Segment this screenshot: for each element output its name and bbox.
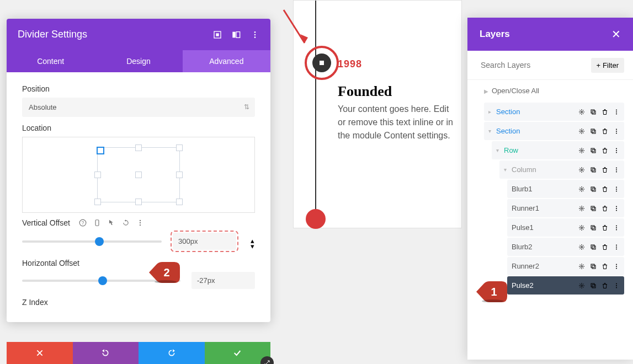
duplicate-icon[interactable] <box>590 224 597 231</box>
location-label: Location <box>22 124 255 132</box>
trash-icon[interactable] <box>602 128 608 135</box>
anchor-top-right[interactable] <box>176 144 183 151</box>
trash-icon[interactable] <box>602 282 608 289</box>
duplicate-icon[interactable] <box>590 186 597 192</box>
trash-icon[interactable] <box>602 205 608 212</box>
gear-icon[interactable] <box>578 244 585 250</box>
tab-advanced[interactable]: Advanced <box>183 50 270 72</box>
gear-icon[interactable] <box>578 186 585 192</box>
vertical-offset-slider[interactable] <box>22 240 162 243</box>
expand-caret-icon[interactable]: ▾ <box>496 147 502 153</box>
more-icon[interactable] <box>613 109 620 115</box>
trash-icon[interactable] <box>602 244 608 250</box>
open-close-all[interactable]: ▶Open/Close All <box>467 80 633 101</box>
more-icon[interactable] <box>613 147 620 154</box>
layer-item-column[interactable]: ▾Column <box>499 160 624 179</box>
more-options-icon[interactable] <box>136 219 144 227</box>
position-select[interactable]: Absolute <box>22 98 255 117</box>
content-heading[interactable]: Founded <box>338 83 392 100</box>
layer-item-pulse2[interactable]: Pulse2 <box>507 276 624 295</box>
undo-button[interactable] <box>73 342 139 364</box>
stepper-down[interactable]: ▾ <box>249 242 255 247</box>
duplicate-icon[interactable] <box>590 205 597 212</box>
reset-icon[interactable] <box>122 219 130 227</box>
layer-item-pulse1[interactable]: Pulse1 <box>507 218 624 237</box>
duplicate-icon[interactable] <box>590 147 597 154</box>
layer-item-section[interactable]: ▾Section <box>484 122 624 140</box>
svg-rect-52 <box>592 227 595 230</box>
svg-point-6 <box>254 36 256 38</box>
responsive-preview-icon[interactable] <box>213 30 222 39</box>
duplicate-icon[interactable] <box>590 109 597 115</box>
layer-item-section[interactable]: ▸Section <box>484 103 624 121</box>
tab-design[interactable]: Design <box>94 50 182 72</box>
layer-item-row[interactable]: ▾Row <box>492 141 624 159</box>
horizontal-offset-input[interactable] <box>192 272 255 289</box>
anchor-top-center[interactable] <box>135 144 142 151</box>
annotation-arrow <box>281 7 315 51</box>
more-icon[interactable] <box>613 128 620 135</box>
vertical-offset-input[interactable] <box>173 233 236 250</box>
layers-search-input[interactable] <box>476 57 587 73</box>
more-icon[interactable] <box>613 205 620 212</box>
more-icon[interactable] <box>613 244 620 250</box>
stepper-up[interactable]: ▴ <box>249 237 255 241</box>
cancel-button[interactable] <box>7 342 73 364</box>
anchor-bottom-center[interactable] <box>135 199 142 205</box>
help-icon[interactable]: ? <box>79 219 87 227</box>
more-icon[interactable] <box>613 167 620 173</box>
layers-filter-button[interactable]: + Filter <box>591 58 624 73</box>
anchor-bottom-right[interactable] <box>176 199 183 205</box>
gear-icon[interactable] <box>578 224 585 231</box>
timeline-line <box>315 1 316 228</box>
svg-rect-45 <box>591 206 594 210</box>
hover-icon[interactable] <box>108 219 115 227</box>
expand-caret-icon[interactable]: ▾ <box>504 167 509 173</box>
duplicate-icon[interactable] <box>590 167 597 173</box>
redo-button[interactable] <box>139 342 205 364</box>
layer-item-blurb1[interactable]: Blurb1 <box>507 180 624 198</box>
anchor-top-left[interactable] <box>97 147 104 154</box>
layer-item-runner2[interactable]: Runner2 <box>507 257 624 275</box>
gear-icon[interactable] <box>578 128 585 135</box>
expand-handle[interactable] <box>260 356 274 364</box>
gear-icon[interactable] <box>578 263 585 270</box>
gear-icon[interactable] <box>578 282 585 289</box>
svg-point-60 <box>616 247 617 248</box>
gear-icon[interactable] <box>578 109 585 115</box>
layer-item-runner1[interactable]: Runner1 <box>507 199 624 217</box>
trash-icon[interactable] <box>602 186 608 192</box>
trash-icon[interactable] <box>602 263 608 270</box>
close-layers-button[interactable]: ✕ <box>611 28 621 41</box>
trash-icon[interactable] <box>602 167 608 173</box>
expand-caret-icon[interactable]: ▸ <box>488 109 494 115</box>
anchor-bottom-left[interactable] <box>94 199 101 205</box>
more-icon[interactable] <box>613 186 620 192</box>
anchor-middle-left[interactable] <box>94 172 101 178</box>
gear-icon[interactable] <box>578 147 585 154</box>
trash-icon[interactable] <box>602 109 608 115</box>
gear-icon[interactable] <box>578 167 585 173</box>
expand-caret-icon[interactable]: ▾ <box>488 128 494 134</box>
more-menu-icon[interactable] <box>251 30 259 39</box>
device-icon[interactable] <box>93 219 101 227</box>
trash-icon[interactable] <box>602 147 608 154</box>
duplicate-icon[interactable] <box>590 263 597 270</box>
duplicate-icon[interactable] <box>590 244 597 250</box>
trash-icon[interactable] <box>602 224 608 231</box>
tab-content[interactable]: Content <box>7 50 94 72</box>
panel-layout-icon[interactable] <box>232 30 241 39</box>
anchor-middle-right[interactable] <box>176 172 183 178</box>
anchor-middle-center[interactable] <box>135 172 142 178</box>
more-icon[interactable] <box>613 282 620 289</box>
gear-icon[interactable] <box>578 205 585 212</box>
more-icon[interactable] <box>613 263 620 270</box>
content-body[interactable]: Your content goes here. Edit or remove t… <box>338 103 456 142</box>
more-icon[interactable] <box>613 224 620 231</box>
layer-item-blurb2[interactable]: Blurb2 <box>507 238 624 256</box>
svg-rect-39 <box>591 187 594 190</box>
timeline-pulse-marker[interactable] <box>305 46 339 80</box>
divider-settings-panel: Divider Settings Content Design Advanced… <box>7 19 270 322</box>
duplicate-icon[interactable] <box>590 128 597 135</box>
duplicate-icon[interactable] <box>590 282 597 289</box>
